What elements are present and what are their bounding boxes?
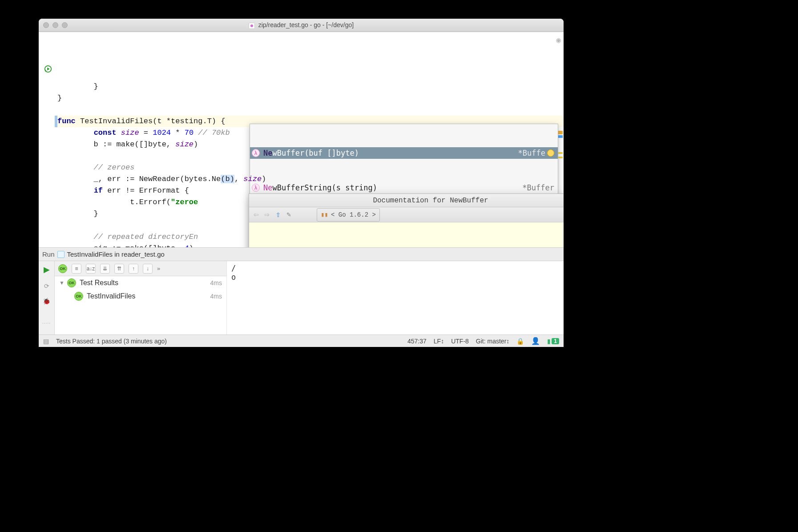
- next-button[interactable]: ↓: [143, 264, 153, 274]
- rerun-button[interactable]: ▶: [44, 265, 50, 274]
- breakpoint-stripe: [39, 116, 57, 127]
- test-ok-icon: OK: [74, 292, 83, 301]
- notifications-icon[interactable]: ▮1: [547, 338, 559, 345]
- sort-alpha-button[interactable]: a↓z: [86, 264, 96, 274]
- run-side-toolbar: ▶ ⟳ 🐞 ····· »: [39, 261, 55, 335]
- status-tests[interactable]: Tests Passed: 1 passed (3 minutes ago): [56, 338, 167, 345]
- ide-window: zip/reader_test.go - go - [~/dev/go] ◉ }…: [39, 19, 564, 347]
- titlebar[interactable]: zip/reader_test.go - go - [~/dev/go]: [39, 19, 564, 32]
- test-ok-icon: OK: [67, 278, 76, 287]
- debug-button[interactable]: 🐞: [43, 298, 50, 305]
- run-gutter-icon[interactable]: [44, 65, 52, 73]
- status-git[interactable]: Git: master↕: [476, 338, 509, 345]
- run-toolwindow-header[interactable]: Run TestInvalidFiles in reader_test.go: [39, 247, 564, 261]
- test-toolbar: OK ≡ a↓z ⇊ ⇈ ↑ ↓ »: [55, 261, 226, 276]
- status-caret-pos[interactable]: 457:37: [407, 338, 427, 345]
- window-title-text: zip/reader_test.go - go - [~/dev/go]: [258, 21, 354, 28]
- code-editor[interactable]: ◉ } } func TestInvalidFiles(t *testing.T…: [57, 32, 564, 247]
- prev-button[interactable]: ↑: [129, 264, 138, 274]
- status-encoding[interactable]: UTF-8: [451, 338, 469, 345]
- status-bar: ▤ Tests Passed: 1 passed (3 minutes ago)…: [39, 335, 564, 347]
- code-content: } } func TestInvalidFiles(t *testing.T) …: [57, 81, 564, 247]
- test-tree-panel: OK ≡ a↓z ⇊ ⇈ ↑ ↓ » ▼ OK Test Results 4ms…: [55, 261, 226, 335]
- hector-icon[interactable]: 👤: [531, 337, 540, 345]
- test-tree-root[interactable]: ▼ OK Test Results 4ms: [55, 276, 226, 290]
- test-console[interactable]: / o: [226, 261, 564, 335]
- collapse-button[interactable]: ⇊: [100, 264, 110, 274]
- run-toolwindow: ▶ ⟳ 🐞 ····· » OK ≡ a↓z ⇊ ⇈ ↑ ↓ » ▼ OK: [39, 261, 564, 335]
- test-tree[interactable]: ▼ OK Test Results 4ms OK TestInvalidFile…: [55, 276, 226, 335]
- run-config-icon: [57, 251, 64, 258]
- file-icon: [249, 23, 255, 29]
- test-tree-item[interactable]: OK TestInvalidFiles 4ms: [55, 290, 226, 303]
- expand-button[interactable]: ⇈: [114, 264, 124, 274]
- toolbar-more-button[interactable]: »: [157, 265, 160, 272]
- sort-button[interactable]: ≡: [72, 264, 81, 274]
- status-icon[interactable]: ▤: [43, 338, 49, 345]
- toggle-button[interactable]: ⟳: [44, 282, 49, 290]
- window-title: zip/reader_test.go - go - [~/dev/go]: [39, 21, 564, 28]
- run-config-name: TestInvalidFiles in reader_test.go: [67, 250, 165, 258]
- status-line-ending[interactable]: LF↕: [434, 338, 444, 345]
- editor-area: ◉ } } func TestInvalidFiles(t *testing.T…: [39, 32, 564, 247]
- gutter[interactable]: [39, 32, 57, 247]
- divider: ·····: [42, 321, 51, 326]
- lock-icon[interactable]: 🔒: [516, 338, 524, 345]
- chevron-down-icon[interactable]: ▼: [59, 280, 64, 286]
- hide-passed-button[interactable]: OK: [58, 264, 67, 273]
